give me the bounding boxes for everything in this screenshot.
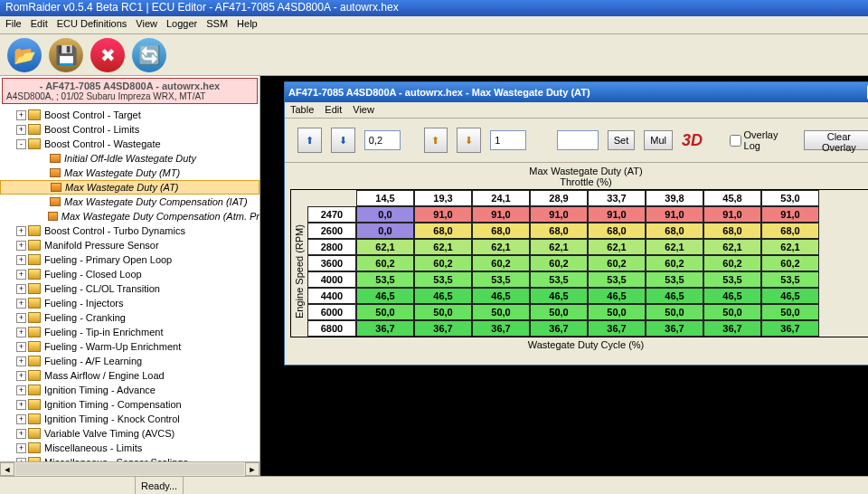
col-header[interactable]: 28,9 [530, 190, 588, 206]
data-cell[interactable]: 62,1 [356, 239, 414, 255]
tree-item[interactable]: Initial Off-Idle Wastegate Duty [0, 151, 259, 166]
data-cell[interactable]: 91,0 [414, 206, 472, 223]
data-cell[interactable]: 50,0 [356, 304, 414, 320]
data-cell[interactable]: 53,5 [472, 271, 530, 288]
data-cell[interactable]: 53,5 [588, 271, 646, 288]
tree-item[interactable]: +Miscellaneous - Sensor Scalings [0, 455, 259, 461]
row-header[interactable]: 2470 [307, 206, 356, 223]
expand-icon[interactable]: + [16, 385, 26, 395]
data-cell[interactable]: 60,2 [761, 255, 819, 271]
data-cell[interactable]: 91,0 [646, 206, 703, 223]
scroll-right-btn[interactable]: ► [245, 462, 259, 476]
row-header[interactable]: 2800 [307, 239, 356, 255]
data-cell[interactable]: 68,0 [588, 223, 646, 239]
row-header[interactable]: 3600 [307, 255, 356, 271]
row-header[interactable]: 2600 [307, 223, 356, 239]
tree-item[interactable]: +Fueling - Tip-in Enrichment [0, 325, 259, 339]
col-header[interactable]: 33,7 [588, 190, 646, 206]
data-cell[interactable]: 62,1 [646, 239, 703, 255]
row-header[interactable]: 6800 [307, 320, 356, 337]
refresh-icon[interactable]: 🔄 [132, 38, 166, 72]
expand-icon[interactable]: + [16, 284, 26, 294]
data-cell[interactable]: 50,0 [414, 304, 472, 320]
horizontal-scrollbar[interactable]: ◄ ► [0, 461, 259, 476]
expand-icon[interactable]: - [16, 139, 26, 149]
data-cell[interactable]: 53,5 [703, 271, 761, 288]
tree-item[interactable]: +Ignition Timing - Knock Control [0, 412, 259, 426]
col-header[interactable]: 53,0 [761, 190, 819, 206]
col-header[interactable]: 45,8 [703, 190, 761, 206]
data-cell[interactable]: 50,0 [703, 304, 761, 320]
col-header[interactable]: 14,5 [356, 190, 414, 206]
table-window-titlebar[interactable]: AF471-7085 A4SD800A - autowrx.hex - Max … [285, 82, 868, 102]
data-cell[interactable]: 36,7 [414, 320, 472, 337]
data-cell[interactable]: 46,5 [703, 288, 761, 304]
data-cell[interactable]: 36,7 [530, 320, 588, 337]
data-cell[interactable]: 46,5 [356, 288, 414, 304]
menu-help[interactable]: Help [237, 18, 258, 29]
expand-icon[interactable]: + [16, 299, 26, 309]
overlay-log-checkbox[interactable]: Overlay Log [730, 129, 795, 151]
data-grid[interactable]: 14,519,324,128,933,739,845,853,0Engine S… [290, 189, 868, 337]
expand-icon[interactable]: + [16, 270, 26, 280]
data-cell[interactable]: 53,5 [356, 271, 414, 288]
data-cell[interactable]: 62,1 [588, 239, 646, 255]
row-header[interactable]: 4400 [307, 288, 356, 304]
decrement-fine-button[interactable]: ⬇ [457, 128, 481, 153]
data-cell[interactable]: 62,1 [530, 239, 588, 255]
data-cell[interactable]: 46,5 [588, 288, 646, 304]
data-cell[interactable]: 60,2 [414, 255, 472, 271]
col-header[interactable]: 24,1 [472, 190, 530, 206]
data-cell[interactable]: 91,0 [761, 206, 819, 223]
menu-edit[interactable]: Edit [325, 104, 342, 115]
value-input[interactable] [557, 130, 599, 150]
tree-item[interactable]: +Fueling - Primary Open Loop [0, 252, 259, 267]
row-header[interactable]: 4000 [307, 271, 356, 288]
data-cell[interactable]: 53,5 [761, 271, 819, 288]
scroll-left-btn[interactable]: ◄ [0, 462, 14, 476]
expand-icon[interactable]: + [16, 110, 26, 120]
tree-item[interactable]: +Miscellaneous - Limits [0, 441, 259, 455]
data-cell[interactable]: 60,2 [472, 255, 530, 271]
tree-item[interactable]: +Ignition Timing - Compensation [0, 397, 259, 412]
tree-item[interactable]: +Fueling - Cranking [0, 310, 259, 325]
data-cell[interactable]: 68,0 [703, 223, 761, 239]
expand-icon[interactable]: + [16, 241, 26, 251]
data-cell[interactable]: 60,2 [646, 255, 703, 271]
expand-icon[interactable]: + [16, 226, 26, 236]
tree-item[interactable]: +Fueling - Warm-Up Enrichment [0, 339, 259, 354]
expand-icon[interactable]: + [16, 125, 26, 135]
data-cell[interactable]: 36,7 [356, 320, 414, 337]
data-cell[interactable]: 60,2 [588, 255, 646, 271]
tree-item[interactable]: +Manifold Pressure Sensor [0, 238, 259, 252]
expand-icon[interactable]: + [16, 356, 26, 366]
data-cell[interactable]: 62,1 [703, 239, 761, 255]
view-3d-button[interactable]: 3D [682, 131, 703, 150]
data-cell[interactable]: 46,5 [646, 288, 703, 304]
data-cell[interactable]: 62,1 [472, 239, 530, 255]
tree-item[interactable]: +Boost Control - Limits [0, 122, 259, 137]
data-cell[interactable]: 0,0 [356, 206, 414, 223]
data-cell[interactable]: 46,5 [414, 288, 472, 304]
tree-item[interactable]: -Boost Control - Wastegate [0, 137, 259, 151]
expand-icon[interactable]: + [16, 328, 26, 337]
data-cell[interactable]: 50,0 [472, 304, 530, 320]
tree-item[interactable]: Max Wastegate Duty Compensation (IAT) [0, 195, 259, 209]
menu-view[interactable]: View [353, 104, 374, 115]
data-cell[interactable]: 36,7 [472, 320, 530, 337]
data-cell[interactable]: 62,1 [414, 239, 472, 255]
menu-view[interactable]: View [136, 18, 157, 29]
data-cell[interactable]: 68,0 [646, 223, 703, 239]
tree-item[interactable]: Max Wastegate Duty (AT) [0, 180, 259, 195]
menu-file[interactable]: File [5, 18, 22, 29]
increment-fine-button[interactable]: ⬆ [424, 128, 448, 153]
mul-button[interactable]: Mul [644, 130, 673, 150]
menu-table[interactable]: Table [290, 104, 314, 115]
tree-item[interactable]: +Boost Control - Turbo Dynamics [0, 223, 259, 238]
col-header[interactable]: 39,8 [646, 190, 703, 206]
set-button[interactable]: Set [608, 130, 636, 150]
tree-item[interactable]: Max Wastegate Duty (MT) [0, 166, 259, 180]
data-cell[interactable]: 91,0 [530, 206, 588, 223]
open-icon[interactable]: 📂 [7, 38, 42, 72]
data-cell[interactable]: 68,0 [761, 223, 819, 239]
